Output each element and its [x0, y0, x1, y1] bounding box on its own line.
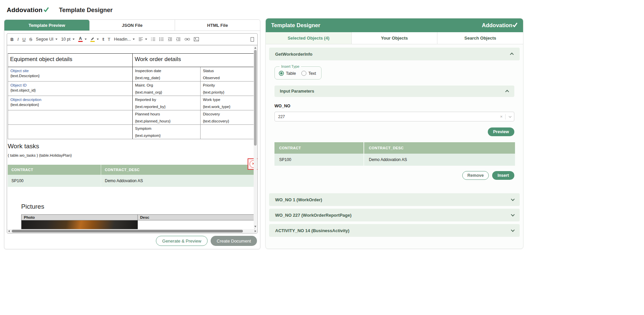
vertical-scroll-thumb[interactable] — [254, 50, 257, 146]
doc-cell: Priority{text.priority} — [201, 82, 255, 96]
bold-button[interactable]: B — [10, 37, 13, 42]
horizontal-scroll-thumb[interactable] — [12, 230, 243, 232]
wo-no-field[interactable]: × — [274, 112, 514, 121]
letter-case-button[interactable]: tt — [102, 37, 104, 42]
strikethrough-button[interactable]: S — [29, 37, 32, 42]
doc-cell — [8, 125, 133, 139]
top-header: Addovation Template Designer — [4, 3, 527, 17]
horizontal-scrollbar[interactable] — [7, 229, 257, 233]
caret-icon — [55, 39, 57, 40]
document-content: Equipment object details Work order deta… — [7, 45, 255, 229]
bullet-list-icon — [159, 37, 164, 41]
editor-toolbar: B I U S Segoe UI 10 pt A — [7, 34, 257, 45]
font-family-select[interactable]: Segoe UI — [36, 37, 57, 42]
input-parameters-title: Input Parameters — [280, 89, 314, 94]
clear-value-icon[interactable]: × — [497, 114, 505, 119]
doc-cell — [8, 110, 133, 125]
accordion-activity-no-14[interactable]: ACTIVITY_NO 14 (BusinessActivity) — [269, 224, 520, 237]
text-color-icon: A — [78, 37, 83, 42]
editor-footer: Generate & Preview Create Document — [156, 236, 257, 246]
align-button[interactable] — [138, 37, 147, 41]
indent-button[interactable] — [176, 37, 181, 41]
pictures-table: Photo Desc — [21, 214, 255, 229]
remove-button[interactable]: Remove — [462, 171, 489, 180]
outdent-button[interactable] — [168, 37, 172, 41]
contract-cell: SP100 — [8, 175, 101, 187]
accordion-wo-no-227[interactable]: WO_NO 227 (WorkOrderReportPage) — [269, 209, 520, 221]
heading-select[interactable]: Headin... — [114, 37, 135, 42]
field-divider — [505, 114, 506, 119]
highlight-color-button[interactable] — [90, 37, 99, 42]
work-tasks-heading: Work tasks — [8, 143, 255, 150]
contract-cell: SP100 — [274, 154, 363, 166]
contract-desc-cell: Demo Addovation AS — [363, 154, 515, 166]
document-edit-area[interactable]: Equipment object details Work order deta… — [7, 45, 257, 229]
radio-unselected-icon[interactable] — [301, 71, 306, 76]
caret-icon — [85, 39, 87, 40]
clear-format-button[interactable]: T — [108, 37, 110, 42]
link-icon — [184, 37, 190, 41]
scroll-right-icon[interactable] — [255, 230, 256, 232]
collapsed-accordions: WO_NO 1 (WorkOrder) WO_NO 227 (WorkOrder… — [269, 193, 520, 237]
doc-cell: Maint. Org{text.maint_org} — [133, 82, 201, 96]
radio-selected-icon[interactable] — [279, 71, 284, 76]
outdent-icon — [168, 37, 172, 41]
wo-no-label: WO_NO — [274, 104, 514, 108]
scroll-up-icon[interactable] — [254, 47, 256, 49]
vertical-scrollbar[interactable] — [254, 46, 257, 228]
insert-type-legend: Insert Type — [280, 64, 301, 68]
chevron-down-icon — [511, 197, 515, 201]
designer-title: Template Designer — [271, 22, 320, 29]
highlight-icon — [90, 37, 95, 42]
designer-brand: Addovation — [482, 22, 518, 29]
page-break-button[interactable] — [251, 37, 254, 42]
brand-name: Addovation — [7, 6, 43, 14]
scroll-down-icon[interactable] — [254, 226, 256, 227]
workorder-details-header: Work order details — [133, 54, 255, 67]
result-table: CONTRACT CONTRACT_DESC SP100 Demo Addova… — [274, 142, 514, 166]
contract-header: CONTRACT — [274, 142, 363, 154]
tab-your-objects[interactable]: Your Objects — [352, 32, 438, 44]
tab-json-file[interactable]: JSON File — [90, 20, 175, 31]
doc-cell: Work type{text.work_type} — [201, 96, 255, 110]
bullet-list-button[interactable] — [159, 37, 164, 41]
preview-button[interactable]: Preview — [488, 127, 514, 136]
underline-button[interactable]: U — [23, 37, 26, 42]
chevron-down-icon[interactable] — [509, 115, 511, 117]
tab-html-file[interactable]: HTML File — [175, 20, 260, 31]
wo-no-input[interactable] — [278, 114, 497, 119]
scroll-left-icon[interactable] — [8, 230, 10, 232]
tab-search-objects[interactable]: Search Objects — [437, 32, 523, 44]
rich-text-editor: B I U S Segoe UI 10 pt A — [7, 33, 258, 233]
brand-logo: Addovation — [7, 6, 49, 14]
accordion-title: WO_NO 1 (WorkOrder) — [275, 197, 322, 202]
radio-table[interactable]: Table — [279, 71, 296, 76]
photo-thumbnail — [22, 220, 138, 229]
link-button[interactable] — [184, 37, 190, 41]
left-tab-bar: Template Preview JSON File HTML File — [4, 20, 260, 31]
tab-selected-objects[interactable]: Selected Objects (4) — [266, 32, 352, 44]
accordion-wo-no-1[interactable]: WO_NO 1 (WorkOrder) — [269, 193, 520, 206]
image-button[interactable] — [194, 37, 199, 41]
photo-cell — [22, 220, 138, 229]
ordered-list-button[interactable] — [151, 37, 156, 41]
tab-template-preview[interactable]: Template Preview — [4, 20, 90, 31]
insert-button[interactable]: Insert — [492, 171, 514, 180]
input-parameters-accordion[interactable]: Input Parameters — [274, 86, 514, 97]
italic-button[interactable]: I — [17, 37, 18, 42]
page-icon — [251, 37, 254, 42]
doc-cell: Reported by{text.reported_by} — [133, 96, 201, 110]
create-document-button[interactable]: Create Document — [211, 236, 257, 246]
designer-header: Template Designer Addovation — [266, 18, 523, 32]
photo-header: Photo — [22, 215, 138, 220]
generate-preview-button[interactable]: Generate & Preview — [156, 236, 208, 246]
pictures-heading: Pictures — [21, 203, 255, 210]
text-color-button[interactable]: A — [78, 37, 87, 42]
contract-desc-header: CONTRACT_DESC — [363, 142, 515, 154]
brand-check-icon — [43, 6, 49, 14]
contract-desc-header: CONTRACT_DESC — [101, 165, 256, 175]
radio-text[interactable]: Text — [301, 71, 316, 76]
accordion-getworkorderinfo[interactable]: GetWorkorderInfo — [269, 48, 520, 60]
work-tasks-placeholder: { table.wo_tasks } {table.HolidayPlan} — [8, 153, 255, 157]
font-size-select[interactable]: 10 pt — [61, 37, 75, 42]
